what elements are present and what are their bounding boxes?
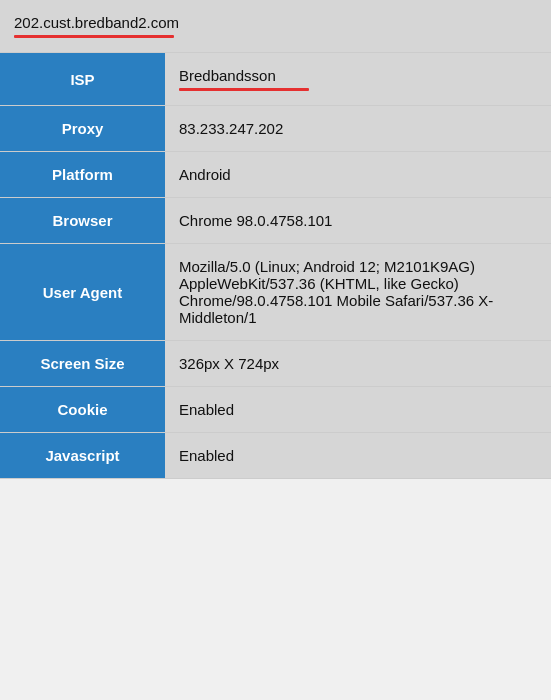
table-row-hostname: 202.cust.bredband2.com [0, 0, 551, 53]
info-table: 202.cust.bredband2.com ISP Bredbandsson … [0, 0, 551, 479]
table-row-proxy: Proxy 83.233.247.202 [0, 106, 551, 152]
hostname-value-cell: 202.cust.bredband2.com [0, 0, 551, 52]
table-row-isp: ISP Bredbandsson [0, 53, 551, 106]
platform-value-text: Android [179, 166, 231, 183]
javascript-label: Javascript [0, 433, 165, 478]
hostname-underline [14, 35, 174, 38]
table-row-user-agent: User Agent Mozilla/5.0 (Linux; Android 1… [0, 244, 551, 341]
table-row-platform: Platform Android [0, 152, 551, 198]
table-row-browser: Browser Chrome 98.0.4758.101 [0, 198, 551, 244]
table-row-cookie: Cookie Enabled [0, 387, 551, 433]
proxy-label: Proxy [0, 106, 165, 151]
platform-value-cell: Android [165, 152, 551, 197]
cookie-value-cell: Enabled [165, 387, 551, 432]
screen-size-value-cell: 326px X 724px [165, 341, 551, 386]
isp-underline [179, 88, 309, 91]
user-agent-label: User Agent [0, 244, 165, 340]
javascript-value-text: Enabled [179, 447, 234, 464]
platform-label: Platform [0, 152, 165, 197]
screen-size-value-text: 326px X 724px [179, 355, 279, 372]
isp-value-cell: Bredbandsson [165, 53, 551, 105]
table-row-javascript: Javascript Enabled [0, 433, 551, 479]
proxy-value-text: 83.233.247.202 [179, 120, 283, 137]
hostname-text: 202.cust.bredband2.com [14, 14, 179, 31]
browser-label: Browser [0, 198, 165, 243]
table-row-screen-size: Screen Size 326px X 724px [0, 341, 551, 387]
cookie-label: Cookie [0, 387, 165, 432]
proxy-value-cell: 83.233.247.202 [165, 106, 551, 151]
isp-label: ISP [0, 53, 165, 105]
javascript-value-cell: Enabled [165, 433, 551, 478]
cookie-value-text: Enabled [179, 401, 234, 418]
user-agent-value-cell: Mozilla/5.0 (Linux; Android 12; M2101K9A… [165, 244, 551, 340]
isp-value-text: Bredbandsson [179, 67, 276, 84]
browser-value-text: Chrome 98.0.4758.101 [179, 212, 332, 229]
screen-size-label: Screen Size [0, 341, 165, 386]
browser-value-cell: Chrome 98.0.4758.101 [165, 198, 551, 243]
user-agent-value-text: Mozilla/5.0 (Linux; Android 12; M2101K9A… [179, 258, 537, 326]
